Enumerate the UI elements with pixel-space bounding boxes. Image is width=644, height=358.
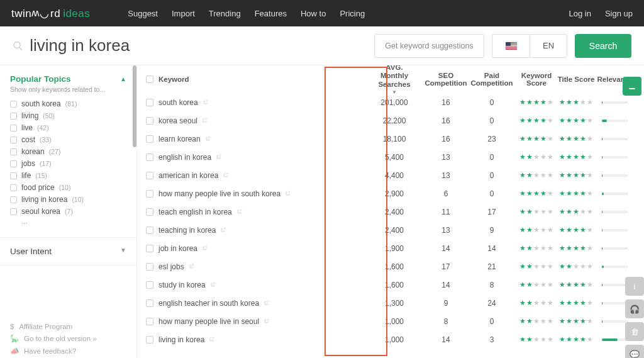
topic-item[interactable]: food price (10): [10, 183, 126, 192]
topic-item[interactable]: jobs (17): [10, 159, 126, 168]
feedback-link[interactable]: 📣Have feedback?: [10, 347, 126, 355]
table-row[interactable]: teach english in korea2,4001117★★★★★★★★★…: [137, 203, 644, 221]
table-row[interactable]: english teacher in south korea1,300924★★…: [137, 294, 644, 312]
external-link-icon[interactable]: [220, 227, 226, 233]
header-title-score[interactable]: Title Score: [557, 76, 595, 83]
topic-item[interactable]: cost (33): [10, 135, 126, 144]
language-select[interactable]: EN: [530, 34, 567, 58]
topic-item[interactable]: life (15): [10, 171, 126, 180]
topic-item[interactable]: living (50): [10, 111, 126, 120]
nav-import[interactable]: Import: [172, 9, 195, 18]
row-checkbox[interactable]: [146, 299, 153, 307]
table-row[interactable]: teaching in korea2,400139★★★★★★★★★★: [137, 221, 644, 239]
checkbox[interactable]: [10, 101, 17, 108]
external-link-icon[interactable]: [264, 318, 269, 324]
keyword-suggestions-button[interactable]: Get keyword suggestions: [374, 34, 484, 58]
external-link-icon[interactable]: [264, 300, 269, 306]
checkbox[interactable]: [10, 208, 17, 215]
select-all-checkbox[interactable]: [146, 76, 153, 83]
header-seo[interactable]: SEO Competition: [424, 72, 468, 87]
table-row[interactable]: how many people live in south korea2,900…: [137, 184, 644, 203]
nav-trending[interactable]: Trending: [209, 9, 241, 18]
nav-suggest[interactable]: Suggest: [128, 9, 158, 18]
table-row[interactable]: job in korea1,9001414★★★★★★★★★★: [137, 239, 644, 257]
row-checkbox[interactable]: [146, 99, 153, 106]
external-link-icon[interactable]: [216, 154, 221, 160]
table-row[interactable]: south korea201,000160★★★★★★★★★★: [137, 93, 644, 111]
nav-howto[interactable]: How to: [301, 9, 326, 18]
topic-item[interactable]: seoul korea (7): [10, 207, 126, 216]
external-link-icon[interactable]: [236, 209, 242, 215]
row-checkbox[interactable]: [146, 318, 153, 325]
header-keyword[interactable]: Keyword: [158, 76, 365, 83]
table-row[interactable]: english in korea5,400130★★★★★★★★★★: [137, 148, 644, 166]
row-checkbox[interactable]: [146, 172, 153, 179]
table-row[interactable]: korea seoul22,200160★★★★★★★★★★: [137, 111, 644, 130]
checkbox[interactable]: [10, 160, 17, 167]
checkbox[interactable]: [10, 184, 17, 191]
row-checkbox[interactable]: [146, 208, 153, 216]
row-checkbox[interactable]: [146, 263, 153, 271]
checkbox[interactable]: [10, 137, 17, 143]
external-link-icon[interactable]: [285, 191, 291, 196]
external-link-icon[interactable]: [210, 282, 216, 288]
trash-button[interactable]: 🗑: [625, 322, 644, 341]
header-keyword-score[interactable]: Keyword Score: [516, 72, 557, 87]
chat-button[interactable]: 💬: [625, 345, 644, 358]
row-checkbox[interactable]: [146, 281, 153, 289]
table-row[interactable]: american in korea4,400130★★★★★★★★★★: [137, 166, 644, 184]
nav-features[interactable]: Features: [255, 9, 287, 18]
checkbox[interactable]: [10, 113, 17, 120]
country-select[interactable]: [492, 34, 530, 58]
external-link-icon[interactable]: [202, 118, 208, 123]
header-avg[interactable]: AVG.Monthly Searches▼: [365, 65, 424, 96]
popular-topics-toggle[interactable]: Popular Topics▲: [10, 74, 126, 84]
search-button[interactable]: Search: [575, 34, 631, 58]
checkbox[interactable]: [10, 148, 17, 155]
login-link[interactable]: Log in: [569, 9, 591, 18]
search-input[interactable]: [30, 36, 367, 55]
table-row[interactable]: esl jobs1,6001721★★★★★★★★★★: [137, 257, 644, 276]
star-icon: ★: [533, 281, 540, 289]
info-button[interactable]: i: [625, 277, 644, 296]
row-checkbox[interactable]: [146, 227, 153, 234]
table-row[interactable]: living in korea1,000143★★★★★★★★★★: [137, 330, 644, 349]
row-checkbox[interactable]: [146, 190, 153, 198]
topics-more[interactable]: ...: [21, 217, 126, 226]
topic-item[interactable]: living in korea (10): [10, 195, 126, 204]
external-link-icon[interactable]: [209, 337, 214, 342]
row-checkbox[interactable]: [146, 336, 153, 344]
external-link-icon[interactable]: [223, 172, 228, 178]
support-button[interactable]: 🎧: [625, 299, 644, 318]
table-row[interactable]: learn korean18,1001623★★★★★★★★★★: [137, 130, 644, 148]
scrollbar-thumb[interactable]: [133, 65, 136, 147]
external-link-icon[interactable]: [203, 99, 208, 105]
download-button[interactable]: [623, 77, 641, 96]
logo[interactable]: twinw◡rdideas: [11, 7, 90, 20]
signup-link[interactable]: Sign up: [605, 9, 633, 18]
checkbox[interactable]: [10, 196, 17, 203]
checkbox[interactable]: [10, 172, 17, 179]
row-checkbox[interactable]: [146, 117, 153, 125]
row-checkbox[interactable]: [146, 245, 153, 252]
title-score: ★★★★★: [557, 98, 595, 106]
header-paid[interactable]: Paid Competition: [468, 72, 516, 87]
star-icon: ★: [587, 171, 593, 179]
star-icon: ★: [559, 262, 565, 271]
topic-item[interactable]: south korea (81): [10, 99, 126, 108]
row-checkbox[interactable]: [146, 135, 153, 143]
nav-pricing[interactable]: Pricing: [340, 9, 365, 18]
user-intent-toggle[interactable]: User Intent▼: [0, 237, 136, 266]
topic-item[interactable]: live (42): [10, 123, 126, 132]
old-version-link[interactable]: 🦕Go to the old version »: [10, 334, 126, 343]
star-icon: ★: [573, 335, 579, 344]
table-row[interactable]: how many people live in seoul1,00080★★★★…: [137, 312, 644, 330]
topic-item[interactable]: korean (27): [10, 147, 126, 156]
external-link-icon[interactable]: [205, 136, 211, 142]
table-row[interactable]: study in korea1,600148★★★★★★★★★★: [137, 276, 644, 294]
external-link-icon[interactable]: [189, 264, 194, 269]
row-checkbox[interactable]: [146, 154, 153, 161]
external-link-icon[interactable]: [202, 245, 208, 251]
checkbox[interactable]: [10, 125, 17, 131]
affiliate-link[interactable]: $Affiliate Program: [10, 323, 126, 330]
